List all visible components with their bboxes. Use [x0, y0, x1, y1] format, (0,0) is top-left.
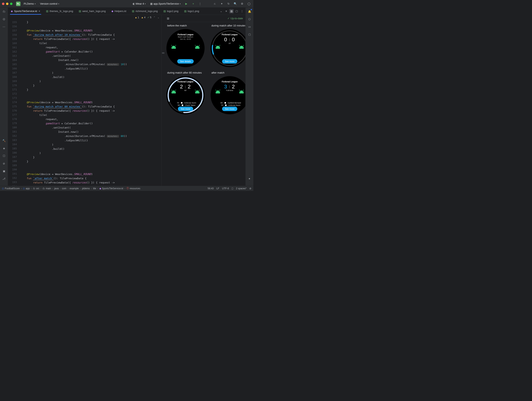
maximize-window[interactable] [10, 3, 13, 5]
preview-tile: during match after 10 minutesFictional L… [211, 24, 245, 67]
tab-label: richmond_logo.png [135, 10, 158, 13]
pane-splitter[interactable]: ═ [162, 15, 165, 186]
account-icon[interactable]: ◯ [247, 1, 251, 6]
tab-west-ham-logo[interactable]: ▨ west_ham_logo.png [76, 8, 108, 15]
updates-icon[interactable]: ↻ [226, 1, 231, 6]
breadcrumb-file[interactable]: SportsTileService.kt [102, 187, 123, 190]
more-tool-icon[interactable]: ⋯ [2, 25, 6, 29]
search-icon[interactable]: 🔍 [233, 1, 238, 6]
breadcrumb-item[interactable]: java [54, 187, 59, 190]
svg-line-3 [176, 45, 176, 46]
breadcrumb-item[interactable]: main [46, 187, 51, 190]
preview-tile: after matchFictional League3|2Full-time8… [211, 71, 245, 114]
preview-tile: before the matchFictional LeagueBack roa… [166, 24, 205, 67]
services-tool-icon[interactable]: ☐ [2, 154, 6, 158]
terminal-tool-icon[interactable]: ▣ [2, 169, 6, 173]
more-actions[interactable]: ⋮ [197, 1, 202, 6]
device-manager-icon[interactable]: ▭ [247, 25, 252, 29]
error-icon: ▲ [135, 16, 137, 19]
vcs-menu[interactable]: Version control▾ [39, 1, 60, 6]
close-window[interactable] [2, 3, 4, 5]
breadcrumb-item[interactable]: tile [93, 187, 96, 190]
function-icon: ⓕ [127, 187, 129, 190]
tab-logo1[interactable]: ▨ logo1.png [181, 8, 202, 15]
run-button[interactable]: ▶ [184, 1, 189, 6]
tile-action-button[interactable]: See details [177, 59, 194, 64]
caret-position[interactable]: 56:43 [208, 187, 214, 190]
watchface-preview[interactable]: Fictional League3|2Full-time85'Garfield … [211, 76, 245, 114]
notifications-icon[interactable]: 🔔 [247, 9, 252, 14]
inspect-icon[interactable]: ✦ [219, 1, 224, 6]
settings-icon[interactable]: ⚙ [240, 1, 245, 6]
minimize-window[interactable] [6, 3, 8, 5]
svg-line-31 [220, 90, 220, 91]
ai-assistant-icon[interactable]: ✦ [247, 176, 252, 181]
tab-helpers[interactable]: ◆ Helpers.kt [109, 8, 129, 15]
svg-line-26 [195, 90, 196, 91]
view-design-only[interactable]: ▢ [234, 9, 239, 13]
breadcrumb-item[interactable]: example [70, 187, 79, 190]
tab-richmond-logo[interactable]: ▨ richmond_logo.png [129, 8, 161, 15]
memory-indicator[interactable]: ⊘ [249, 187, 251, 190]
breadcrumb-item[interactable]: app [26, 187, 30, 190]
tile-action-button[interactable]: See more [178, 107, 193, 111]
kotlin-file-icon: ◆ [11, 10, 13, 13]
view-split[interactable]: ▥ [229, 9, 234, 13]
vcs-tool-icon[interactable]: ⎇ [2, 176, 6, 181]
image-file-icon: ▨ [184, 10, 186, 13]
tile-action-button[interactable]: See more [222, 59, 237, 64]
indent-setting[interactable]: 2 spaces* [236, 187, 247, 190]
module-icon: ◻ [23, 187, 25, 190]
tab-sportstileservice[interactable]: ◆ SportsTileService.kt ✕ [8, 8, 43, 15]
breadcrumb-symbol[interactable]: resources [130, 187, 140, 190]
preview-settings-icon[interactable]: ▥ [167, 17, 169, 20]
close-tab-icon[interactable]: ✕ [38, 10, 40, 13]
code-with-me-icon[interactable]: ⎌ [212, 1, 217, 6]
emulator-icon[interactable]: ▢ [247, 32, 252, 37]
preview-tile: during match after 80 minutesFictional L… [166, 71, 205, 114]
readonly-toggle[interactable]: ⎕ [232, 187, 233, 190]
svg-line-12 [215, 45, 216, 46]
kotlin-file-icon: ◆ [99, 187, 101, 190]
device-selector[interactable]: ◐Wear 4▾ [132, 1, 147, 6]
breadcrumb-item[interactable]: com [62, 187, 66, 190]
more-tabs-dropdown[interactable]: ⌄ [219, 9, 223, 13]
chevron-down-icon: ▾ [145, 3, 146, 5]
code-area[interactable]: } @Preview(device = WearDevices.SMALL_RO… [19, 20, 161, 186]
build-tool-icon[interactable]: 🔨 [2, 138, 6, 143]
breadcrumb-item[interactable]: src [36, 187, 39, 190]
breadcrumb-root[interactable]: FootballScore [5, 187, 20, 190]
tab-label: logo2.png [167, 10, 178, 13]
gradle-icon[interactable]: ⬡ [247, 17, 252, 21]
svg-point-14 [240, 47, 241, 48]
svg-point-4 [196, 47, 197, 48]
view-code-only[interactable]: ≡ [224, 9, 228, 13]
file-encoding[interactable]: UTF-8 [222, 187, 229, 190]
inspections-widget[interactable]: ▲1 ▲4 ✓5 ⌃ ⌄ [8, 15, 161, 20]
svg-point-29 [219, 92, 219, 92]
prev-highlight[interactable]: ⌃ [153, 16, 155, 19]
tile-action-button[interactable]: See more [222, 107, 237, 111]
tab-themes-fc-logo[interactable]: ▨ themes_fc_logo.png [43, 8, 76, 15]
line-separator[interactable]: LF [216, 187, 219, 190]
breadcrumb-item[interactable]: pldemo [82, 187, 90, 190]
check-icon: ✓ [228, 17, 230, 20]
tab-label: SportsTileService.kt [14, 10, 37, 13]
svg-point-28 [217, 92, 217, 92]
run-config-selector[interactable]: ▦app.SportsTileService▾ [149, 1, 182, 6]
tab-options[interactable]: ⋮ [240, 9, 244, 13]
project-tool-icon[interactable]: 🗀 [2, 9, 6, 14]
problems-tool-icon[interactable]: ⊘ [2, 161, 6, 166]
project-menu[interactable]: PLDemo▾ [22, 1, 37, 6]
watchface-preview[interactable]: Fictional League2|280'70'Ambrose Norm55'… [166, 76, 205, 114]
image-file-icon: ▨ [79, 10, 81, 13]
svg-point-10 [217, 47, 217, 48]
code-editor[interactable]: ▲1 ▲4 ✓5 ⌃ ⌄ 155156157158159160161162163… [8, 15, 162, 186]
debug-button[interactable]: ⌖ [191, 1, 196, 6]
bookmarks-tool-icon[interactable]: ◈ [2, 146, 6, 150]
watchface-preview[interactable]: Fictional League0|010'See more [211, 29, 245, 67]
watchface-preview[interactable]: Fictional LeagueBack road StadiumJun 21,… [166, 29, 205, 67]
tab-logo2[interactable]: ▨ logo2.png [161, 8, 181, 15]
next-highlight[interactable]: ⌄ [157, 16, 159, 19]
structure-tool-icon[interactable]: ⌬ [2, 17, 6, 21]
